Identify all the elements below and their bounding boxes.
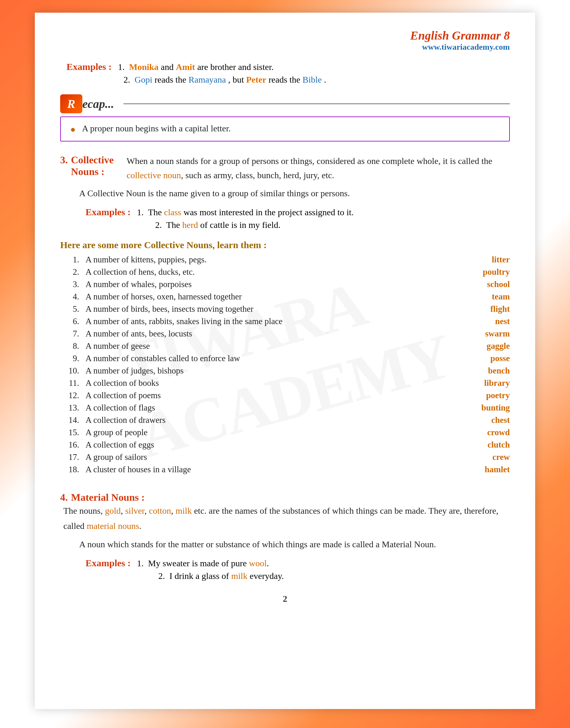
highlight-collective-noun: collective noun — [127, 170, 181, 180]
highlight-cotton: cotton — [149, 506, 171, 516]
section-3-title: Collective Nouns : — [71, 154, 123, 177]
recap-divider — [123, 103, 510, 104]
section-3-header-row: 3. Collective Nouns : When a noun stands… — [60, 154, 510, 183]
section-3-body2: A Collective Noun is the name given to a… — [60, 186, 510, 201]
top-examples-block: Examples : 1. Monika and Amit are brothe… — [60, 61, 510, 85]
list-item: 16. A collection of eggs clutch — [60, 439, 510, 451]
list-item: 6. A number of ants, rabbits, snakes liv… — [60, 315, 510, 327]
s3-ex-text-1: The class was most interested in the pro… — [148, 207, 354, 217]
highlight-peter: Peter — [246, 75, 266, 84]
s3-ex-text-2: The herd of cattle is in my field. — [166, 220, 281, 230]
recap-icon: R — [60, 94, 82, 113]
list-item: 11. A collection of books library — [60, 377, 510, 389]
s4-ex-num-2: 2. — [158, 571, 165, 581]
section-3: 3. Collective Nouns : When a noun stands… — [60, 154, 510, 476]
book-title: English Grammar 8 — [60, 28, 510, 42]
s3-ex-num-1: 1. — [137, 207, 144, 217]
section-4-number: 4. — [60, 492, 68, 503]
section-3-examples: Examples : 1. The class was most interes… — [60, 207, 510, 230]
recap-box: ● A proper noun begins with a capital le… — [60, 116, 510, 141]
list-item: 13. A collection of flags bunting — [60, 402, 510, 414]
example-text-1: Monika and Amit are brother and sister. — [129, 62, 274, 72]
list-item: 15. A group of people crowd — [60, 426, 510, 439]
recap-section: R ecap... ● A proper noun begins with a … — [60, 94, 510, 141]
list-item: 1. A number of kittens, puppies, pegs. l… — [60, 253, 510, 266]
highlight-material-nouns: material nouns — [87, 521, 139, 531]
s4-ex-num-1: 1. — [137, 558, 144, 569]
list-item: 8. A number of geese gaggle — [60, 340, 510, 352]
page-number: 2 — [60, 594, 510, 604]
highlight-milk-ex: milk — [231, 571, 247, 581]
section-4-title: Material Nouns : — [71, 492, 145, 503]
section-4-body2: A noun which stands for the matter or su… — [60, 538, 510, 552]
examples-label-s3: Examples : — [85, 207, 131, 217]
list-item: 9. A number of constables called to enfo… — [60, 352, 510, 365]
section-4: 4. Material Nouns : The nouns, gold, sil… — [60, 492, 510, 581]
section-3-number: 3. — [60, 154, 68, 166]
highlight-silver: silver — [125, 506, 145, 516]
list-item: 3. A number of whales, porpoises school — [60, 278, 510, 290]
recap-title: ecap... — [82, 97, 114, 111]
recap-header: R ecap... — [60, 94, 510, 113]
highlight-class: class — [164, 207, 181, 217]
list-item: 5. A number of birds, bees, insects movi… — [60, 303, 510, 315]
list-item: 17. A group of sailors crew — [60, 451, 510, 464]
highlight-gopi: Gopi — [134, 75, 152, 84]
section-4-header-row: 4. Material Nouns : The nouns, gold, sil… — [60, 492, 510, 533]
list-item: 2. A collection of hens, ducks, etc. pou… — [60, 266, 510, 278]
list-item: 18. A cluster of houses in a village ham… — [60, 464, 510, 476]
list-item: 12. A collection of poems poetry — [60, 389, 510, 402]
section-4-examples: Examples : 1. My sweater is made of pure… — [60, 558, 510, 581]
highlight-amit: Amit — [176, 62, 195, 72]
list-item: 7. A number of ants, bees, locusts swarm — [60, 327, 510, 340]
list-item: 4. A number of horses, oxen, harnessed t… — [60, 290, 510, 303]
highlight-wool: wool — [249, 558, 267, 568]
s4-ex-text-1: My sweater is made of pure wool. — [148, 558, 269, 569]
examples-label-top: Examples : — [66, 61, 112, 72]
examples-label-s4: Examples : — [85, 558, 131, 569]
example-text-2: Gopi reads the Ramayana , but Peter read… — [134, 75, 326, 85]
recap-text-1: A proper noun begins with a capital lett… — [82, 123, 231, 134]
collective-nouns-list: 1. A number of kittens, puppies, pegs. l… — [60, 253, 510, 476]
page-header: English Grammar 8 www.tiwariacademy.com — [60, 28, 510, 52]
s3-ex-num-2: 2. — [155, 220, 162, 230]
highlight-monika: Monika — [129, 62, 159, 72]
recap-bullet: ● — [70, 124, 76, 134]
list-item: 10. A number of judges, bishops bench — [60, 365, 510, 377]
example-num-2: 2. — [123, 75, 130, 85]
section-4-body1: The nouns, gold, silver, cotton, milk et… — [63, 503, 510, 533]
section-3-body1-inline: When a noun stands for a group of person… — [127, 154, 510, 183]
example-num-1: 1. — [118, 62, 125, 72]
website-url: www.tiwariacademy.com — [60, 42, 510, 52]
highlight-milk: milk — [176, 506, 192, 516]
highlight-gold: gold — [105, 506, 121, 516]
highlight-herd: herd — [183, 220, 198, 230]
recap-item-1: ● A proper noun begins with a capital le… — [70, 123, 500, 134]
collective-list-header: Here are some more Collective Nouns, lea… — [60, 239, 510, 250]
highlight-bible: Bible — [302, 75, 322, 84]
highlight-ramayana: Ramayana — [189, 75, 226, 84]
list-item: 14. A collection of drawers chest — [60, 414, 510, 426]
s4-ex-text-2: I drink a glass of milk everyday. — [170, 571, 284, 581]
